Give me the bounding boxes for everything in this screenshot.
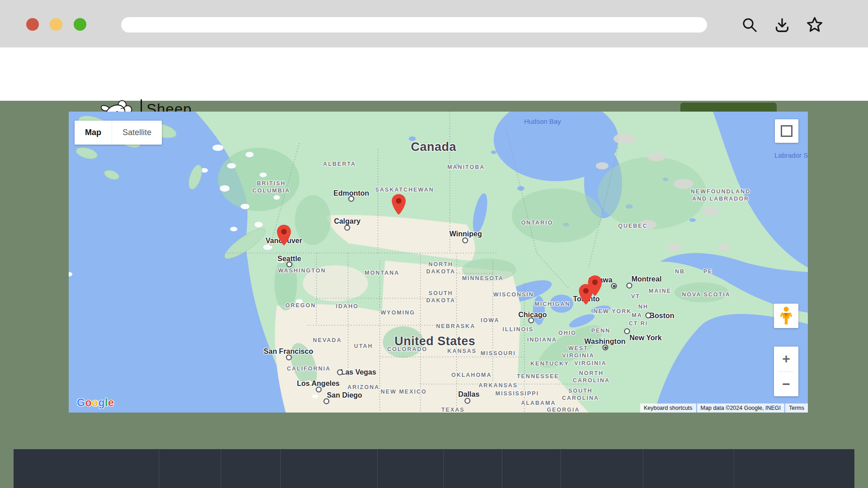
- map-label-nebraska: NEBRASKA: [436, 323, 476, 330]
- url-bar[interactable]: [121, 17, 707, 33]
- city-dot: [349, 196, 354, 202]
- terms-link[interactable]: Terms: [785, 404, 808, 413]
- reports-table-header: idDateFarm NameFarm AddressReporterTotal…: [14, 449, 854, 488]
- zoom-control: + −: [774, 347, 798, 396]
- download-icon[interactable]: [772, 15, 792, 35]
- map-label-north-carolina: NORTH CAROLINA: [573, 370, 610, 384]
- star-icon[interactable]: [805, 15, 825, 35]
- window-close-button[interactable]: [26, 18, 39, 31]
- map-label-saskatchewan: SASKATCHEWAN: [375, 186, 434, 193]
- map-label-south-carolina: SOUTH CAROLINA: [562, 387, 599, 402]
- map-label-wisconsin: WISCONSIN: [493, 291, 534, 298]
- map-label-united-states: United States: [394, 334, 475, 348]
- map-label-montreal: Montreal: [632, 275, 662, 283]
- map-label-maine: MAINE: [649, 287, 671, 295]
- map-label-ontario: ONTARIO: [521, 219, 553, 226]
- map-label-kentucky: KENTUCKY: [530, 360, 569, 367]
- search-icon[interactable]: [740, 15, 760, 35]
- map-label-iowa: IOWA: [481, 317, 499, 324]
- column-header-reporter: Reporter: [377, 449, 443, 488]
- map-label-manitoba: MANITOBA: [447, 164, 485, 171]
- map-label-nevada: NEVADA: [313, 337, 342, 344]
- pegman-street-view-control[interactable]: [774, 304, 798, 328]
- column-header-symptoms-observed: Symptoms Observed: [561, 449, 643, 488]
- map-label-nb: NB: [675, 268, 685, 275]
- map-view-button[interactable]: Map: [75, 121, 112, 145]
- map-label-san-diego: San Diego: [327, 391, 362, 399]
- map-label-los-angeles: Los Angeles: [297, 380, 340, 388]
- city-dot: [627, 283, 632, 289]
- map-label-utah: UTAH: [354, 343, 373, 350]
- map-label-south-dakota: SOUTH DAKOTA: [426, 290, 456, 304]
- map-label-nova-scotia: NOVA SCOTIA: [682, 291, 730, 298]
- city-dot: [316, 387, 322, 393]
- map-label-penn: PENN: [591, 327, 611, 334]
- column-header-date: Date: [159, 449, 221, 488]
- map-label-newfoundland-and-labrador: NEWFOUNDLAND AND LABRADOR: [691, 188, 750, 202]
- map-label-quebec: QUEBEC: [618, 222, 647, 230]
- map-marker-saskatchewan[interactable]: [391, 193, 407, 216]
- zoom-out-button[interactable]: −: [774, 372, 798, 397]
- map-label-kansas: KANSAS: [448, 347, 477, 355]
- city-dot: [286, 355, 292, 361]
- map-label-arkansas: ARKANSAS: [479, 382, 518, 389]
- map-marker-toronto-area-front[interactable]: [578, 283, 594, 306]
- map-data-attribution: Map data ©2024 Google, INEGI: [697, 404, 784, 413]
- google-logo[interactable]: Google: [77, 397, 114, 409]
- map-type-control: Map Satellite: [75, 121, 162, 145]
- map-label-new-mexico: NEW MEXICO: [381, 388, 427, 395]
- city-dot: [337, 370, 343, 375]
- satellite-view-button[interactable]: Satellite: [112, 121, 162, 145]
- column-header-farm-address: Farm Address: [280, 449, 377, 488]
- map-label-ohio: OHIO: [558, 329, 576, 337]
- map-label-california: CALIFORNIA: [287, 365, 330, 372]
- map-label-virginia: VIRGINIA: [574, 360, 607, 367]
- window-maximize-button[interactable]: [74, 18, 86, 31]
- map-label-british-columbia: BRITISH COLUMBIA: [252, 180, 290, 194]
- city-dot: [528, 318, 534, 324]
- city-dot: [465, 398, 471, 404]
- map-label-ct-ri: CT RI: [629, 320, 648, 327]
- map-label-north-dakota: NORTH DAKOTA: [426, 261, 456, 275]
- zoom-in-button[interactable]: +: [774, 347, 798, 371]
- map-attribution: Keyboard shortcuts Map data ©2024 Google…: [639, 404, 808, 413]
- map-label-oklahoma: OKLAHOMA: [451, 371, 492, 379]
- column-header-farm-name: Farm Name: [221, 449, 280, 488]
- map-label-new-york: New York: [629, 334, 661, 342]
- map-label-wyoming: WYOMING: [381, 309, 415, 316]
- map-label-ma: MA: [632, 312, 642, 319]
- map-label-canada: Canada: [411, 140, 457, 154]
- city-dot: [611, 283, 617, 289]
- city-dot: [462, 238, 468, 244]
- map-marker-vancouver[interactable]: [276, 224, 292, 247]
- map-label-las-vegas: Las Vegas: [341, 368, 376, 376]
- map-label-edmonton: Edmonton: [333, 189, 369, 197]
- fullscreen-button[interactable]: [775, 119, 798, 143]
- map-label-labrador-s: Labrador S: [774, 151, 808, 159]
- map-label-minnesota: MINNESOTA: [462, 275, 504, 282]
- map-label-chicago: Chicago: [518, 311, 547, 319]
- browser-chrome: [0, 0, 868, 47]
- map-label-montana: MONTANA: [365, 269, 400, 277]
- map-label-washington: WASHINGTON: [278, 267, 326, 274]
- map-label-michigan: MICHIGAN: [534, 300, 570, 308]
- map-label-hudson-bay: Hudson Bay: [524, 117, 561, 125]
- map-overlay: CanadaUnited StatesHudson BayLabrador SB…: [69, 112, 808, 413]
- google-map[interactable]: CanadaUnited StatesHudson BayLabrador SB…: [69, 112, 808, 413]
- map-label-nh: NH: [638, 303, 648, 310]
- keyboard-shortcuts-link[interactable]: Keyboard shortcuts: [640, 404, 696, 413]
- site-header: Sheep Health WATCH Submit a Report: [0, 47, 868, 101]
- map-label-arizona: ARIZONA: [348, 384, 380, 391]
- column-header-total-sheep-count: Total Sheep Count: [443, 449, 502, 488]
- column-header-treatments-administered: Treatments Administered: [643, 449, 734, 488]
- map-label-tennessee: TENNESSEE: [517, 373, 559, 380]
- map-label-alberta: ALBERTA: [323, 160, 356, 168]
- map-label-calgary: Calgary: [334, 217, 361, 225]
- map-label-oregon: OREGON: [285, 302, 316, 309]
- window-minimize-button[interactable]: [50, 18, 62, 31]
- map-label-winnipeg: Winnipeg: [449, 230, 482, 238]
- map-label-indiana: INDIANA: [527, 336, 557, 343]
- map-label-missouri: MISSOURI: [481, 350, 516, 357]
- map-label-vt: VT: [631, 293, 640, 300]
- city-dot: [646, 313, 651, 319]
